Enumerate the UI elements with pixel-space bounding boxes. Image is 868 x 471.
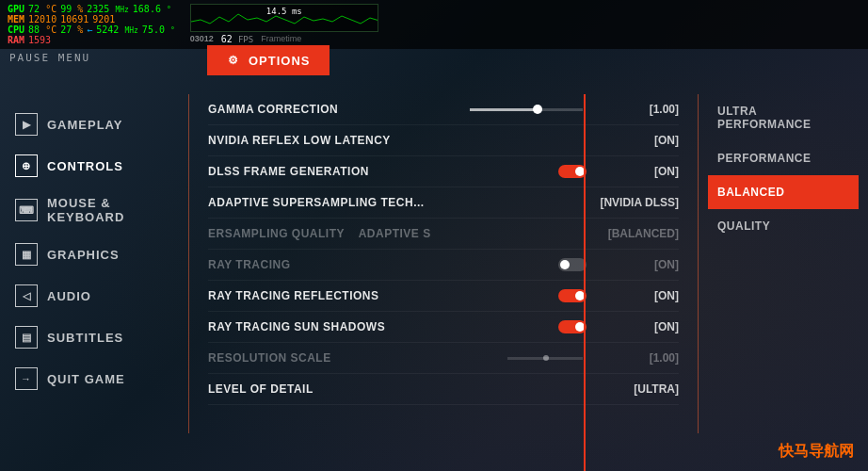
setting-resampling-name: ERSAMPLING QUALITY ADAPTIVE S [208, 227, 594, 240]
setting-row-resolution[interactable]: RESOLUTION SCALE [1.00] [208, 343, 679, 374]
setting-lod-name: LEVEL OF DETAIL [208, 382, 594, 396]
hud-arrow: ← [87, 24, 92, 35]
setting-gamma-name: GAMMA CORRECTION [208, 103, 470, 116]
quit-icon: → [15, 367, 38, 390]
sidebar-item-graphics[interactable]: ▦ GRAPHICS [0, 234, 188, 275]
setting-rt-reflections-value: [ON] [594, 289, 679, 302]
setting-rt-shadows-toggle[interactable] [558, 320, 587, 333]
options-icon: ⚙ [226, 53, 241, 68]
setting-row-reflex[interactable]: NVIDIA REFLEX LOW LATENCY [ON] [208, 125, 679, 156]
sidebar: ▶ GAMEPLAY ⊕ CONTROLS ⌨ MOUSE & KEYBOARD… [0, 94, 188, 433]
hud-gpu-usage: 99 % [60, 4, 83, 14]
sidebar-item-gameplay[interactable]: ▶ GAMEPLAY [0, 104, 188, 145]
setting-row-resampling[interactable]: ERSAMPLING QUALITY ADAPTIVE S [BALANCED] [208, 219, 679, 250]
quality-item-balanced[interactable]: BALANCED [708, 175, 859, 209]
hud-cpu-extra: 75.0 ° [142, 24, 175, 35]
hud-cpu-clock: 5242 MHz [96, 24, 138, 35]
setting-resolution-name: RESOLUTION SCALE [208, 351, 507, 365]
hud-cpu-label: CPU [8, 24, 24, 35]
hud-fps-val: 62 FPS [221, 34, 253, 44]
sidebar-controls-label: CONTROLS [47, 159, 123, 173]
hud-mem-label: MEM [8, 14, 24, 24]
setting-rt-shadows-name: RAY TRACING SUN SHADOWS [208, 320, 558, 333]
options-tab[interactable]: ⚙ OPTIONS [207, 45, 330, 75]
sidebar-item-controls[interactable]: ⊕ CONTROLS [0, 145, 188, 187]
sidebar-item-audio[interactable]: ◁ AUDIO [0, 275, 188, 317]
setting-resampling-value: [BALANCED] [594, 227, 679, 240]
sidebar-item-quit[interactable]: → QUIT GAME [0, 358, 188, 399]
setting-adaptive-name: ADAPTIVE SUPERSAMPLING TECH... [208, 196, 594, 209]
setting-row-lod[interactable]: LEVEL OF DETAIL [ULTRA] [208, 374, 679, 405]
hud-gpu-temp: 72 °C [28, 4, 56, 14]
setting-raytracing-value: [ON] [594, 258, 679, 271]
hud-frame-id: 03012 [190, 34, 214, 44]
hud-mem-val2: 10691 [60, 14, 88, 24]
quality-item-ultra-performance[interactable]: ULTRA PERFORMANCE [708, 94, 859, 141]
options-label: OPTIONS [249, 54, 311, 68]
hud-gpu-label: GPU [8, 4, 24, 14]
setting-gamma-slider[interactable] [470, 108, 583, 111]
pause-label: PAUSE MENU [9, 52, 90, 64]
hud-ram-label: RAM [8, 35, 24, 45]
sidebar-mouse-label: MOUSE & KEYBOARD [47, 196, 173, 224]
hud-mem-val1: 12010 [28, 14, 56, 24]
setting-row-gamma[interactable]: GAMMA CORRECTION [1.00] [208, 94, 679, 125]
red-divider [584, 94, 586, 471]
setting-dlss-value: [ON] [594, 165, 679, 178]
sidebar-gameplay-label: GAMEPLAY [47, 118, 122, 132]
subtitles-icon: ▤ [15, 326, 38, 349]
hud-gpu-col: GPU 72 °C 99 % 2325 MHz 168.6 ° MEM 1201… [8, 4, 175, 45]
hud-mem-val3: 9201 [92, 14, 115, 24]
settings-panel: GAMMA CORRECTION [1.00] NVIDIA REFLEX LO… [188, 94, 699, 433]
setting-rt-reflections-toggle[interactable] [558, 289, 587, 302]
graphics-icon: ▦ [15, 243, 38, 266]
resolution-slider-thumb [543, 355, 549, 361]
audio-icon: ◁ [15, 284, 38, 307]
gameplay-icon: ▶ [15, 113, 38, 136]
hud-cpu-temp: 88 °C [28, 24, 56, 35]
setting-row-dlss[interactable]: DLSS FRAME GENERATION [ON] [208, 156, 679, 187]
quality-panel: ULTRA PERFORMANCE PERFORMANCE BALANCED Q… [699, 94, 868, 433]
setting-rt-shadows-value: [ON] [594, 320, 679, 333]
setting-dlss-toggle[interactable] [558, 165, 587, 178]
setting-row-rt-reflections[interactable]: RAY TRACING REFLECTIONS [ON] [208, 281, 679, 312]
sidebar-audio-label: AUDIO [47, 289, 91, 303]
setting-dlss-name: DLSS FRAME GENERATION [208, 165, 558, 178]
main-layout: ▶ GAMEPLAY ⊕ CONTROLS ⌨ MOUSE & KEYBOARD… [0, 94, 868, 433]
sidebar-item-mouse-keyboard[interactable]: ⌨ MOUSE & KEYBOARD [0, 187, 188, 234]
quality-item-performance[interactable]: PERFORMANCE [708, 141, 859, 175]
setting-lod-value: [ULTRA] [594, 382, 679, 396]
watermark: 快马导航网 [779, 442, 854, 462]
setting-gamma-value: [1.00] [594, 103, 679, 116]
setting-reflex-name: NVIDIA REFLEX LOW LATENCY [208, 134, 594, 147]
keyboard-icon: ⌨ [15, 199, 38, 221]
setting-row-raytracing[interactable]: RAY TRACING [ON] [208, 250, 679, 281]
setting-rt-reflections-name: RAY TRACING REFLECTIONS [208, 289, 558, 302]
quality-item-quality[interactable]: QUALITY [708, 209, 859, 243]
hud-ram-val: 1593 [28, 35, 51, 45]
hud-graph: 14.5 ms [190, 4, 378, 32]
setting-resolution-value: [1.00] [594, 351, 679, 365]
setting-raytracing-name: RAY TRACING [208, 258, 558, 271]
hud-gpu-clock: 2325 MHz [87, 4, 129, 14]
hud-frametime-sub: Frametime [261, 34, 301, 44]
setting-adaptive-value: [NVIDIA DLSS] [594, 196, 679, 209]
setting-raytracing-toggle[interactable] [558, 258, 587, 271]
pause-menu-header: PAUSE MENU [9, 52, 90, 64]
hud-overlay: GPU 72 °C 99 % 2325 MHz 168.6 ° MEM 1201… [0, 0, 868, 49]
sidebar-quit-label: QUIT GAME [47, 372, 125, 386]
sidebar-graphics-label: GRAPHICS [47, 248, 120, 262]
sidebar-subtitles-label: SUBTITLES [47, 331, 123, 345]
setting-reflex-value: [ON] [594, 134, 679, 147]
setting-row-rt-shadows[interactable]: RAY TRACING SUN SHADOWS [ON] [208, 312, 679, 343]
sidebar-item-subtitles[interactable]: ▤ SUBTITLES [0, 317, 188, 358]
hud-gpu-power: 168.6 ° [133, 4, 171, 14]
hud-cpu-usage: 27 % [60, 24, 83, 35]
controls-icon: ⊕ [15, 154, 38, 177]
setting-row-adaptive[interactable]: ADAPTIVE SUPERSAMPLING TECH... [NVIDIA D… [208, 187, 679, 219]
